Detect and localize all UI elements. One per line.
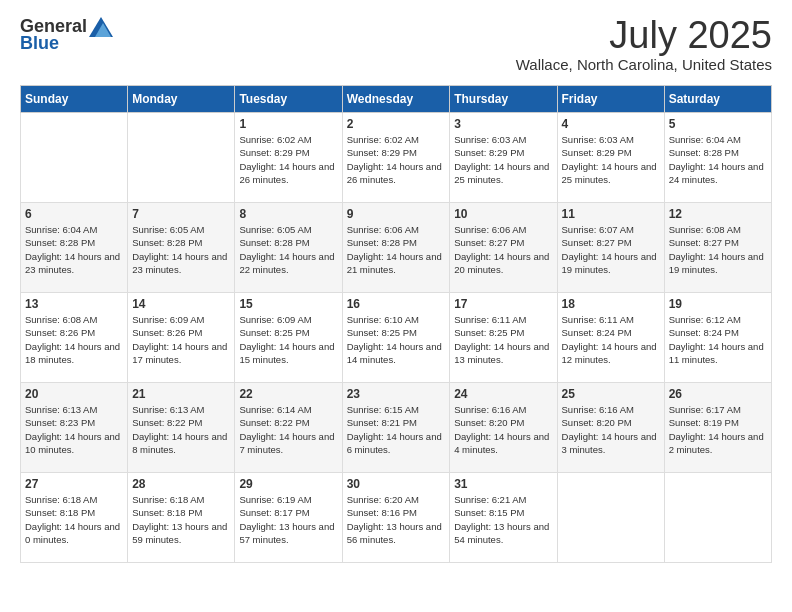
- day-info: Sunrise: 6:02 AMSunset: 8:29 PMDaylight:…: [347, 133, 446, 186]
- month-title: July 2025: [516, 16, 772, 54]
- calendar-cell: 6Sunrise: 6:04 AMSunset: 8:28 PMDaylight…: [21, 203, 128, 293]
- calendar-cell: 16Sunrise: 6:10 AMSunset: 8:25 PMDayligh…: [342, 293, 450, 383]
- day-info: Sunrise: 6:16 AMSunset: 8:20 PMDaylight:…: [454, 403, 552, 456]
- title-area: July 2025 Wallace, North Carolina, Unite…: [516, 16, 772, 73]
- day-info: Sunrise: 6:06 AMSunset: 8:28 PMDaylight:…: [347, 223, 446, 276]
- calendar-cell: 29Sunrise: 6:19 AMSunset: 8:17 PMDayligh…: [235, 473, 342, 563]
- calendar-cell: 8Sunrise: 6:05 AMSunset: 8:28 PMDaylight…: [235, 203, 342, 293]
- day-number: 14: [132, 297, 230, 311]
- day-info: Sunrise: 6:13 AMSunset: 8:22 PMDaylight:…: [132, 403, 230, 456]
- header-row: SundayMondayTuesdayWednesdayThursdayFrid…: [21, 86, 772, 113]
- day-info: Sunrise: 6:08 AMSunset: 8:26 PMDaylight:…: [25, 313, 123, 366]
- day-number: 20: [25, 387, 123, 401]
- day-info: Sunrise: 6:18 AMSunset: 8:18 PMDaylight:…: [132, 493, 230, 546]
- calendar-week-row: 13Sunrise: 6:08 AMSunset: 8:26 PMDayligh…: [21, 293, 772, 383]
- day-info: Sunrise: 6:11 AMSunset: 8:25 PMDaylight:…: [454, 313, 552, 366]
- day-number: 3: [454, 117, 552, 131]
- day-info: Sunrise: 6:10 AMSunset: 8:25 PMDaylight:…: [347, 313, 446, 366]
- day-number: 18: [562, 297, 660, 311]
- calendar-cell: 23Sunrise: 6:15 AMSunset: 8:21 PMDayligh…: [342, 383, 450, 473]
- day-number: 16: [347, 297, 446, 311]
- day-number: 10: [454, 207, 552, 221]
- calendar-week-row: 6Sunrise: 6:04 AMSunset: 8:28 PMDaylight…: [21, 203, 772, 293]
- day-info: Sunrise: 6:03 AMSunset: 8:29 PMDaylight:…: [454, 133, 552, 186]
- location-title: Wallace, North Carolina, United States: [516, 56, 772, 73]
- weekday-header: Monday: [128, 86, 235, 113]
- day-number: 2: [347, 117, 446, 131]
- calendar-cell: 11Sunrise: 6:07 AMSunset: 8:27 PMDayligh…: [557, 203, 664, 293]
- day-number: 17: [454, 297, 552, 311]
- day-info: Sunrise: 6:11 AMSunset: 8:24 PMDaylight:…: [562, 313, 660, 366]
- calendar-cell: 12Sunrise: 6:08 AMSunset: 8:27 PMDayligh…: [664, 203, 771, 293]
- calendar-cell: [557, 473, 664, 563]
- calendar-cell: 28Sunrise: 6:18 AMSunset: 8:18 PMDayligh…: [128, 473, 235, 563]
- calendar-cell: [128, 113, 235, 203]
- day-info: Sunrise: 6:16 AMSunset: 8:20 PMDaylight:…: [562, 403, 660, 456]
- day-info: Sunrise: 6:06 AMSunset: 8:27 PMDaylight:…: [454, 223, 552, 276]
- calendar-cell: 7Sunrise: 6:05 AMSunset: 8:28 PMDaylight…: [128, 203, 235, 293]
- calendar-cell: 13Sunrise: 6:08 AMSunset: 8:26 PMDayligh…: [21, 293, 128, 383]
- logo: General Blue: [20, 16, 115, 54]
- calendar-cell: 10Sunrise: 6:06 AMSunset: 8:27 PMDayligh…: [450, 203, 557, 293]
- weekday-header: Thursday: [450, 86, 557, 113]
- day-info: Sunrise: 6:04 AMSunset: 8:28 PMDaylight:…: [669, 133, 767, 186]
- calendar-cell: 4Sunrise: 6:03 AMSunset: 8:29 PMDaylight…: [557, 113, 664, 203]
- calendar-cell: 22Sunrise: 6:14 AMSunset: 8:22 PMDayligh…: [235, 383, 342, 473]
- day-info: Sunrise: 6:05 AMSunset: 8:28 PMDaylight:…: [132, 223, 230, 276]
- day-number: 25: [562, 387, 660, 401]
- day-info: Sunrise: 6:05 AMSunset: 8:28 PMDaylight:…: [239, 223, 337, 276]
- calendar-cell: 21Sunrise: 6:13 AMSunset: 8:22 PMDayligh…: [128, 383, 235, 473]
- day-number: 31: [454, 477, 552, 491]
- calendar-cell: 18Sunrise: 6:11 AMSunset: 8:24 PMDayligh…: [557, 293, 664, 383]
- calendar-cell: 20Sunrise: 6:13 AMSunset: 8:23 PMDayligh…: [21, 383, 128, 473]
- calendar-cell: 27Sunrise: 6:18 AMSunset: 8:18 PMDayligh…: [21, 473, 128, 563]
- day-info: Sunrise: 6:14 AMSunset: 8:22 PMDaylight:…: [239, 403, 337, 456]
- day-number: 11: [562, 207, 660, 221]
- day-info: Sunrise: 6:20 AMSunset: 8:16 PMDaylight:…: [347, 493, 446, 546]
- day-number: 26: [669, 387, 767, 401]
- calendar-week-row: 20Sunrise: 6:13 AMSunset: 8:23 PMDayligh…: [21, 383, 772, 473]
- weekday-header: Tuesday: [235, 86, 342, 113]
- day-number: 9: [347, 207, 446, 221]
- day-number: 29: [239, 477, 337, 491]
- weekday-header: Saturday: [664, 86, 771, 113]
- weekday-header: Friday: [557, 86, 664, 113]
- day-number: 27: [25, 477, 123, 491]
- day-info: Sunrise: 6:21 AMSunset: 8:15 PMDaylight:…: [454, 493, 552, 546]
- calendar-cell: [21, 113, 128, 203]
- calendar-week-row: 27Sunrise: 6:18 AMSunset: 8:18 PMDayligh…: [21, 473, 772, 563]
- day-info: Sunrise: 6:07 AMSunset: 8:27 PMDaylight:…: [562, 223, 660, 276]
- day-number: 5: [669, 117, 767, 131]
- day-info: Sunrise: 6:15 AMSunset: 8:21 PMDaylight:…: [347, 403, 446, 456]
- day-info: Sunrise: 6:04 AMSunset: 8:28 PMDaylight:…: [25, 223, 123, 276]
- page-header: General Blue July 2025 Wallace, North Ca…: [20, 16, 772, 73]
- calendar-cell: 24Sunrise: 6:16 AMSunset: 8:20 PMDayligh…: [450, 383, 557, 473]
- calendar-cell: 31Sunrise: 6:21 AMSunset: 8:15 PMDayligh…: [450, 473, 557, 563]
- day-number: 24: [454, 387, 552, 401]
- day-number: 15: [239, 297, 337, 311]
- day-number: 19: [669, 297, 767, 311]
- weekday-header: Sunday: [21, 86, 128, 113]
- day-number: 7: [132, 207, 230, 221]
- day-number: 8: [239, 207, 337, 221]
- day-info: Sunrise: 6:19 AMSunset: 8:17 PMDaylight:…: [239, 493, 337, 546]
- calendar-cell: 17Sunrise: 6:11 AMSunset: 8:25 PMDayligh…: [450, 293, 557, 383]
- calendar-cell: 3Sunrise: 6:03 AMSunset: 8:29 PMDaylight…: [450, 113, 557, 203]
- day-number: 6: [25, 207, 123, 221]
- calendar-week-row: 1Sunrise: 6:02 AMSunset: 8:29 PMDaylight…: [21, 113, 772, 203]
- day-number: 13: [25, 297, 123, 311]
- logo-blue: Blue: [20, 33, 59, 54]
- logo-icon: [89, 17, 113, 37]
- day-number: 30: [347, 477, 446, 491]
- day-number: 1: [239, 117, 337, 131]
- calendar-cell: 19Sunrise: 6:12 AMSunset: 8:24 PMDayligh…: [664, 293, 771, 383]
- day-info: Sunrise: 6:02 AMSunset: 8:29 PMDaylight:…: [239, 133, 337, 186]
- day-info: Sunrise: 6:08 AMSunset: 8:27 PMDaylight:…: [669, 223, 767, 276]
- calendar-cell: [664, 473, 771, 563]
- calendar-cell: 25Sunrise: 6:16 AMSunset: 8:20 PMDayligh…: [557, 383, 664, 473]
- calendar-cell: 15Sunrise: 6:09 AMSunset: 8:25 PMDayligh…: [235, 293, 342, 383]
- day-number: 22: [239, 387, 337, 401]
- day-info: Sunrise: 6:12 AMSunset: 8:24 PMDaylight:…: [669, 313, 767, 366]
- calendar-cell: 9Sunrise: 6:06 AMSunset: 8:28 PMDaylight…: [342, 203, 450, 293]
- calendar-table: SundayMondayTuesdayWednesdayThursdayFrid…: [20, 85, 772, 563]
